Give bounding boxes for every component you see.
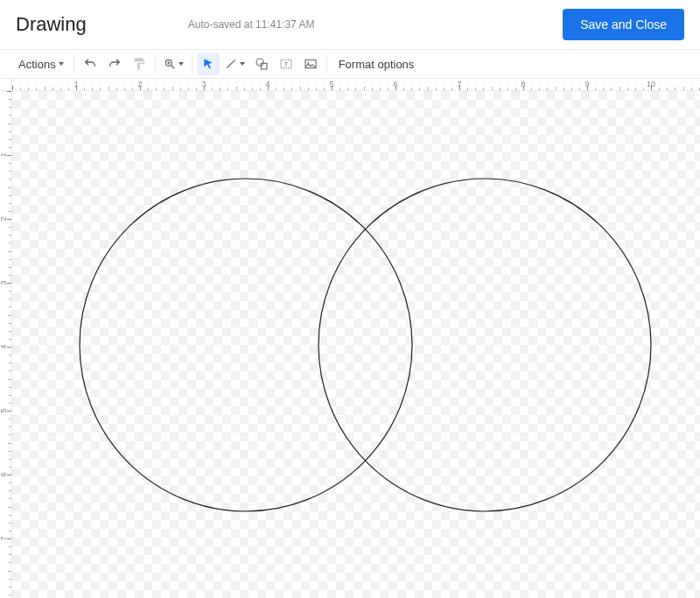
ruler-tick bbox=[539, 88, 540, 90]
ruler-tick bbox=[188, 88, 189, 90]
ruler-tick bbox=[7, 475, 11, 475]
ruler-tick bbox=[276, 88, 276, 90]
ruler-tick bbox=[9, 467, 11, 468]
shape-tool-button[interactable] bbox=[250, 53, 273, 75]
format-options-button[interactable]: Format options bbox=[332, 53, 422, 75]
ruler-tick bbox=[324, 88, 325, 90]
ruler-tick bbox=[9, 587, 11, 587]
ruler-tick bbox=[7, 155, 11, 156]
caret-down-icon bbox=[178, 62, 184, 66]
ruler-label: 10 bbox=[647, 80, 655, 88]
image-tool-button[interactable] bbox=[299, 53, 322, 75]
ruler-tick bbox=[220, 88, 220, 90]
ruler-tick bbox=[9, 331, 11, 332]
textbox-icon: T bbox=[279, 57, 293, 71]
ruler-tick bbox=[9, 546, 11, 547]
ruler-tick bbox=[364, 87, 365, 90]
undo-button[interactable] bbox=[79, 53, 102, 75]
autosave-status: Auto-saved at 11:41:37 AM bbox=[188, 18, 315, 31]
ruler-tick bbox=[611, 88, 612, 90]
ruler-tick bbox=[9, 115, 11, 116]
dialog-header: Drawing Auto-saved at 11:41:37 AM Save a… bbox=[0, 0, 700, 49]
ruler-tick bbox=[156, 88, 157, 90]
ruler-tick bbox=[9, 395, 11, 396]
ruler-tick bbox=[9, 131, 11, 132]
dialog-title: Drawing bbox=[16, 13, 87, 36]
svg-point-5 bbox=[256, 59, 263, 66]
ruler-tick bbox=[9, 562, 11, 563]
ruler-tick bbox=[9, 490, 11, 491]
paint-format-button[interactable] bbox=[128, 53, 150, 75]
ruler-tick bbox=[372, 88, 373, 90]
toolbar-separator bbox=[155, 55, 156, 73]
zoom-button[interactable] bbox=[160, 53, 187, 75]
ruler-tick bbox=[9, 107, 11, 108]
ruler-tick bbox=[620, 87, 620, 90]
toolbar-separator bbox=[74, 55, 74, 73]
ruler-tick bbox=[508, 88, 508, 90]
ruler-tick bbox=[28, 88, 29, 90]
ruler-tick bbox=[595, 88, 596, 90]
ruler-tick bbox=[419, 88, 420, 90]
ruler-tick bbox=[9, 235, 11, 236]
ruler-tick bbox=[260, 88, 261, 90]
ruler-tick bbox=[9, 227, 11, 228]
drawing-canvas[interactable] bbox=[12, 91, 700, 598]
ruler-tick bbox=[9, 211, 11, 212]
ruler-tick bbox=[627, 88, 628, 90]
ruler-tick bbox=[380, 88, 381, 90]
zoom-icon bbox=[164, 58, 176, 70]
svg-line-1 bbox=[171, 66, 174, 69]
undo-icon bbox=[83, 57, 97, 71]
ruler-label: 9 bbox=[584, 80, 589, 88]
ruler-tick bbox=[308, 88, 309, 90]
actions-menu-button[interactable]: Actions bbox=[11, 53, 69, 75]
ruler-label: 1 bbox=[0, 152, 8, 157]
ruler-tick bbox=[340, 88, 340, 90]
ruler-tick bbox=[9, 306, 11, 307]
ruler-tick bbox=[515, 88, 516, 90]
ruler-label: 2 bbox=[137, 80, 142, 88]
ruler-tick bbox=[444, 88, 444, 90]
ruler-tick bbox=[212, 88, 213, 90]
vertical-ruler[interactable]: 1234567 bbox=[0, 91, 12, 598]
ruler-tick bbox=[635, 88, 636, 90]
ruler-tick bbox=[9, 579, 11, 580]
circle-shape-1[interactable] bbox=[80, 179, 412, 511]
ruler-tick bbox=[347, 88, 348, 90]
ruler-label: 6 bbox=[0, 472, 8, 476]
ruler-tick bbox=[556, 87, 556, 90]
ruler-tick bbox=[9, 323, 11, 324]
ruler-label: 2 bbox=[0, 216, 8, 221]
ruler-tick bbox=[9, 434, 11, 435]
line-icon bbox=[225, 58, 237, 70]
ruler-tick bbox=[531, 88, 532, 90]
ruler-tick bbox=[9, 99, 11, 100]
line-tool-button[interactable] bbox=[221, 53, 248, 75]
ruler-tick bbox=[9, 482, 11, 483]
ruler-tick bbox=[180, 88, 181, 90]
ruler-tick bbox=[467, 88, 468, 90]
textbox-tool-button[interactable]: T bbox=[275, 53, 298, 75]
ruler-tick bbox=[9, 403, 11, 404]
ruler-label: 4 bbox=[265, 80, 270, 88]
save-and-close-button[interactable]: Save and Close bbox=[563, 9, 684, 40]
ruler-tick bbox=[316, 88, 317, 90]
horizontal-ruler[interactable]: 12345678910 bbox=[12, 79, 700, 91]
ruler-tick bbox=[9, 299, 11, 299]
redo-button[interactable] bbox=[103, 53, 126, 75]
ruler-tick bbox=[428, 87, 429, 90]
ruler-tick bbox=[7, 219, 11, 220]
ruler-tick bbox=[164, 88, 164, 90]
ruler-tick bbox=[148, 88, 149, 90]
circle-shape-2[interactable] bbox=[318, 179, 651, 511]
ruler-tick bbox=[8, 379, 11, 380]
ruler-tick bbox=[9, 554, 11, 555]
ruler-tick bbox=[683, 87, 684, 90]
ruler-tick bbox=[9, 171, 11, 172]
ruler-label: 6 bbox=[393, 80, 397, 88]
ruler-tick bbox=[500, 88, 500, 90]
ruler-tick bbox=[9, 291, 11, 292]
select-tool-button[interactable] bbox=[197, 53, 220, 75]
ruler-tick bbox=[8, 123, 11, 124]
